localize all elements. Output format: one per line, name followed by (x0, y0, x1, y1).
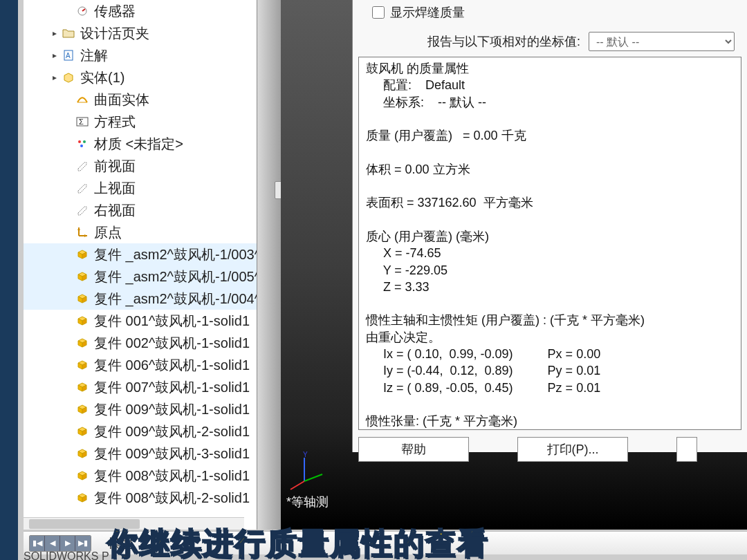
svg-line-14 (290, 481, 304, 489)
tree-item-label: 复件 009^鼓风机-2-solid1 (94, 422, 257, 441)
tree-item[interactable]: 复件 008^鼓风机-2-solid1 (24, 487, 257, 509)
show-weld-label: 显示焊缝质量 (390, 4, 465, 21)
folder-icon (61, 26, 76, 40)
nav-next-icon[interactable]: ▶ (60, 536, 75, 551)
tree-scrollbar-h[interactable] (24, 517, 244, 530)
main-area: 传感器▸设计活页夹▸A注解▸实体(1)曲面实体Σ方程式材质 <未指定>前视面上视… (24, 0, 747, 530)
bottom-tab-bar: ▮◀ ◀ ▶ ▶▮ 模型 (24, 531, 747, 554)
origin-icon (75, 225, 90, 239)
tree-item-label: 方程式 (94, 113, 257, 131)
graphics-viewport[interactable]: Y *等轴测 显示焊缝质量 报告与以下项相对的坐标值: -- 默认 -- (281, 0, 747, 530)
tree-item-label: 复件 008^鼓风机-1-solid1 (94, 467, 257, 485)
solid-icon (61, 71, 76, 84)
tree-item-label: 复件 001^鼓风机-1-solid1 (94, 312, 257, 330)
tree-item[interactable]: 复件 009^鼓风机-2-solid1 (24, 420, 257, 442)
tree-item[interactable]: 原点 (24, 221, 257, 243)
svg-text:Σ: Σ (79, 118, 84, 126)
tree-item[interactable]: 复件 008^鼓风机-1-solid1 (24, 465, 257, 487)
tree-item-label: 实体(1) (80, 68, 257, 87)
tree-item[interactable]: 复件 002^鼓风机-1-solid1 (24, 332, 257, 354)
expand-icon[interactable]: ▸ (48, 50, 61, 60)
tree-item[interactable]: 曲面实体 (24, 88, 257, 111)
svg-marker-11 (77, 227, 80, 230)
body-icon (75, 270, 90, 283)
tree-item-label: 传感器 (94, 2, 257, 21)
tree-item[interactable]: 复件 _asm2^鼓风机-1/003^复 (24, 243, 257, 265)
expand-icon[interactable]: ▸ (48, 73, 61, 82)
tree-item[interactable]: 复件 007^鼓风机-1-solid1 (24, 376, 257, 398)
tree-item[interactable]: 复件 009^鼓风机-1-solid1 (24, 398, 257, 420)
svg-point-8 (80, 144, 83, 147)
tree-item-label: 复件 002^鼓风机-1-solid1 (94, 334, 257, 353)
tree-item[interactable]: Σ方程式 (24, 111, 257, 133)
sigma-icon: Σ (75, 115, 90, 129)
tree-item-label: 右视面 (94, 201, 257, 220)
body-icon (75, 469, 90, 483)
sensor-icon (75, 4, 90, 18)
nav-first-icon[interactable]: ▮◀ (30, 536, 45, 551)
plane-icon (75, 181, 90, 195)
body-icon (75, 424, 90, 438)
status-text: SOLIDWORKS P (24, 550, 109, 560)
nav-last-icon[interactable]: ▶▮ (75, 536, 91, 551)
partial-button[interactable] (676, 437, 697, 462)
tree-item-label: 复件 006^鼓风机-1-solid1 (94, 356, 257, 375)
scrollbar-thumb[interactable] (29, 519, 140, 529)
tree-item[interactable]: 复件 _asm2^鼓风机-1/005^复 (24, 265, 257, 288)
plane-icon (75, 203, 90, 217)
results-text[interactable]: 鼓风机 的质量属性 配置: Default 坐标系: -- 默认 -- 质量 (… (358, 57, 741, 430)
tree-item-label: 注解 (80, 46, 257, 65)
body-icon (75, 358, 90, 372)
tree-item[interactable]: 复件 _asm2^鼓风机-1/004^复 (24, 288, 257, 310)
tree-item[interactable]: 上视面 (24, 177, 257, 199)
surface-icon (75, 93, 90, 106)
body-icon (75, 336, 90, 350)
tree-item-label: 复件 009^鼓风机-1-solid1 (94, 400, 257, 419)
svg-line-15 (304, 474, 322, 481)
sheet-nav-buttons[interactable]: ▮◀ ◀ ▶ ▶▮ (29, 535, 91, 552)
svg-text:A: A (66, 52, 71, 59)
print-button[interactable]: 打印(P)... (517, 437, 628, 462)
body-icon (75, 292, 90, 306)
expand-icon[interactable]: ▸ (48, 28, 61, 38)
body-icon (75, 314, 90, 328)
tree-item[interactable]: 传感器 (24, 0, 257, 22)
show-weld-checkbox[interactable] (372, 6, 385, 19)
feature-tree[interactable]: 传感器▸设计活页夹▸A注解▸实体(1)曲面实体Σ方程式材质 <未指定>前视面上视… (24, 0, 257, 509)
tree-item[interactable]: 前视面 (24, 155, 257, 177)
material-icon (75, 137, 90, 151)
tree-item-label: 复件 _asm2^鼓风机-1/005^复 (94, 268, 257, 286)
panel-splitter[interactable] (257, 0, 281, 530)
tree-item[interactable]: 右视面 (24, 199, 257, 221)
tree-item[interactable]: 复件 001^鼓风机-1-solid1 (24, 310, 257, 332)
body-icon (75, 402, 90, 416)
body-icon (75, 380, 90, 394)
tree-item-label: 复件 _asm2^鼓风机-1/004^复 (94, 290, 257, 308)
mass-properties-dialog: 显示焊缝质量 报告与以下项相对的坐标值: -- 默认 -- 鼓风机 的质量属性 … (352, 0, 747, 452)
tree-item[interactable]: ▸A注解 (24, 44, 257, 66)
tree-item[interactable]: 材质 <未指定> (24, 133, 257, 155)
body-icon (75, 248, 90, 261)
feature-tree-panel: 传感器▸设计活页夹▸A注解▸实体(1)曲面实体Σ方程式材质 <未指定>前视面上视… (24, 0, 257, 530)
help-button[interactable]: 帮助 (358, 437, 469, 462)
body-icon (75, 491, 90, 505)
triad-gizmo: Y (289, 454, 326, 491)
view-name-label: *等轴测 (286, 494, 329, 510)
tree-item-label: 设计活页夹 (80, 24, 257, 43)
tree-item-label: 复件 _asm2^鼓风机-1/003^复 (94, 245, 257, 264)
svg-marker-12 (84, 234, 87, 237)
tree-item[interactable]: 复件 009^鼓风机-3-solid1 (24, 442, 257, 465)
tree-item-label: 曲面实体 (94, 91, 257, 109)
body-icon (75, 447, 90, 460)
nav-prev-icon[interactable]: ◀ (45, 536, 60, 551)
plane-icon (75, 159, 90, 173)
coord-select[interactable]: -- 默认 -- (589, 32, 735, 51)
tree-item-label: 上视面 (94, 179, 257, 198)
tree-item[interactable]: 复件 006^鼓风机-1-solid1 (24, 354, 257, 376)
tree-item-label: 复件 009^鼓风机-3-solid1 (94, 445, 257, 463)
note-icon: A (61, 48, 76, 62)
tree-item-label: 前视面 (94, 157, 257, 176)
tree-item[interactable]: ▸实体(1) (24, 66, 257, 88)
tree-item[interactable]: ▸设计活页夹 (24, 22, 257, 44)
tree-item-label: 复件 007^鼓风机-1-solid1 (94, 378, 257, 397)
